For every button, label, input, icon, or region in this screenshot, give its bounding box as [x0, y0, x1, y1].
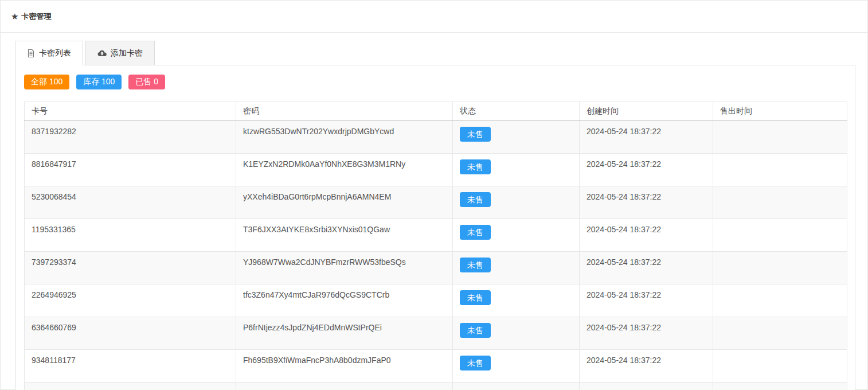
cell-created-at: 2024-05-24 18:37:22	[580, 284, 713, 317]
cell-password: T3F6JXX3AtYKE8xSrbi3XYNxis01QGaw	[236, 219, 453, 252]
card-table: 卡号 密码 状态 创建时间 售出时间 8371932282 ktzwRG553D…	[24, 102, 847, 390]
cell-card-no: 2264946925	[25, 284, 236, 317]
table-row: 8371932282 ktzwRG553DwNTr202YwxdrjpDMGbY…	[25, 121, 847, 154]
cell-sold-at	[713, 252, 847, 284]
column-header-card-no: 卡号	[25, 102, 236, 121]
cell-created-at: 2024-05-24 18:37:22	[580, 219, 713, 252]
cell-card-no: 9348118177	[25, 350, 236, 383]
table-row	[25, 383, 847, 390]
cell-created-at: 2024-05-24 18:37:22	[580, 186, 713, 219]
table-row: 1195331365 T3F6JXX3AtYKE8xSrbi3XYNxis01Q…	[25, 219, 847, 252]
filter-badge[interactable]: 已售 0	[128, 75, 165, 89]
cell-status: 未售	[453, 252, 580, 284]
cell-sold-at	[713, 284, 847, 317]
status-badge: 未售	[460, 258, 491, 272]
cell-card-no: 7397293374	[25, 252, 236, 284]
cell-created-at: 2024-05-24 18:37:22	[580, 317, 713, 350]
table-row: 5230068454 yXXeh4iBDaG0rt6rpMcpBnnjA6AMN…	[25, 186, 847, 219]
cell-status	[453, 383, 580, 390]
cell-password: ktzwRG553DwNTr202YwxdrjpDMGbYcwd	[236, 121, 453, 154]
status-badge: 未售	[460, 127, 491, 142]
tab-label: 卡密列表	[39, 48, 71, 58]
table-row: 9348118177 Fh695tB9XfiWmaFncP3hA8b0dzmJF…	[25, 350, 847, 383]
cell-card-no: 8371932282	[25, 121, 236, 154]
cell-password	[236, 383, 453, 390]
status-badge: 未售	[460, 323, 491, 338]
cell-status: 未售	[453, 121, 580, 154]
filter-row: 全部 100 库存 100 已售 0	[24, 75, 846, 89]
column-header-status: 状态	[453, 102, 580, 121]
cell-status: 未售	[453, 186, 580, 219]
cell-status: 未售	[453, 284, 580, 317]
filter-badge[interactable]: 全部 100	[24, 75, 69, 89]
cell-status: 未售	[453, 154, 580, 186]
cell-sold-at	[713, 383, 847, 390]
status-badge: 未售	[460, 356, 491, 370]
cell-created-at: 2024-05-24 18:37:22	[580, 252, 713, 284]
cell-sold-at	[713, 186, 847, 219]
tab-label: 添加卡密	[111, 48, 143, 58]
filter-badge[interactable]: 库存 100	[76, 75, 122, 89]
tab-card-list[interactable]: 卡密列表	[15, 41, 83, 65]
cell-sold-at	[713, 154, 847, 186]
status-badge: 未售	[460, 159, 491, 174]
status-badge: 未售	[460, 225, 491, 240]
status-badge: 未售	[460, 192, 491, 207]
cell-password: K1EYZxN2RDMk0AaYf0NhXE8G3M3M1RNy	[236, 154, 453, 186]
cell-card-no: 6364660769	[25, 317, 236, 350]
page-header: ★ 卡密管理	[1, 1, 867, 33]
content-area: 卡密列表 添加卡密 全部 100 库存 100 已售 0	[15, 41, 855, 390]
cell-status: 未售	[453, 219, 580, 252]
page-title: 卡密管理	[21, 11, 51, 22]
cell-created-at: 2024-05-24 18:37:22	[580, 154, 713, 186]
column-header-password: 密码	[236, 102, 453, 121]
table-row: 7397293374 YJ968W7Wwa2CdJNYBFmzrRWW53fbe…	[25, 252, 847, 284]
cell-password: yXXeh4iBDaG0rt6rpMcpBnnjA6AMN4EM	[236, 186, 453, 219]
table-row: 6364660769 P6frNtjezz4sJpdZNj4EDdMnWStPr…	[25, 317, 847, 350]
cell-sold-at	[713, 350, 847, 383]
cell-card-no: 5230068454	[25, 186, 236, 219]
cell-created-at: 2024-05-24 18:37:22	[580, 350, 713, 383]
table-row: 8816847917 K1EYZxN2RDMk0AaYf0NhXE8G3M3M1…	[25, 154, 847, 186]
tab-add-card[interactable]: 添加卡密	[85, 41, 155, 65]
column-header-sold-at: 售出时间	[713, 102, 847, 121]
table-body: 8371932282 ktzwRG553DwNTr202YwxdrjpDMGbY…	[25, 121, 847, 390]
cell-created-at	[580, 383, 713, 390]
cell-created-at: 2024-05-24 18:37:22	[580, 121, 713, 154]
cell-password: P6frNtjezz4sJpdZNj4EDdMnWStPrQEi	[236, 317, 453, 350]
cell-password: Fh695tB9XfiWmaFncP3hA8b0dzmJFaP0	[236, 350, 453, 383]
cloud-upload-icon	[97, 49, 107, 57]
tab-panel: 全部 100 库存 100 已售 0 卡号 密码 状态 创建时间 售出时间 83…	[15, 65, 855, 390]
cell-status: 未售	[453, 317, 580, 350]
star-icon: ★	[11, 11, 18, 22]
cell-sold-at	[713, 219, 847, 252]
cell-card-no	[25, 383, 236, 390]
status-badge: 未售	[460, 290, 491, 305]
cell-password: tfc3Z6n47Xy4mtCJaR976dQcGS9CTCrb	[236, 284, 453, 317]
cell-status: 未售	[453, 350, 580, 383]
cell-sold-at	[713, 121, 847, 154]
cell-card-no: 1195331365	[25, 219, 236, 252]
cell-password: YJ968W7Wwa2CdJNYBFmzrRWW53fbeSQs	[236, 252, 453, 284]
column-header-created-at: 创建时间	[580, 102, 713, 121]
file-icon	[27, 49, 35, 58]
tab-bar: 卡密列表 添加卡密	[15, 41, 855, 65]
page-container: ★ 卡密管理 卡密列表 添加	[0, 0, 868, 390]
cell-card-no: 8816847917	[25, 154, 236, 186]
table-row: 2264946925 tfc3Z6n47Xy4mtCJaR976dQcGS9CT…	[25, 284, 847, 317]
table-header-row: 卡号 密码 状态 创建时间 售出时间	[25, 102, 847, 121]
cell-sold-at	[713, 317, 847, 350]
